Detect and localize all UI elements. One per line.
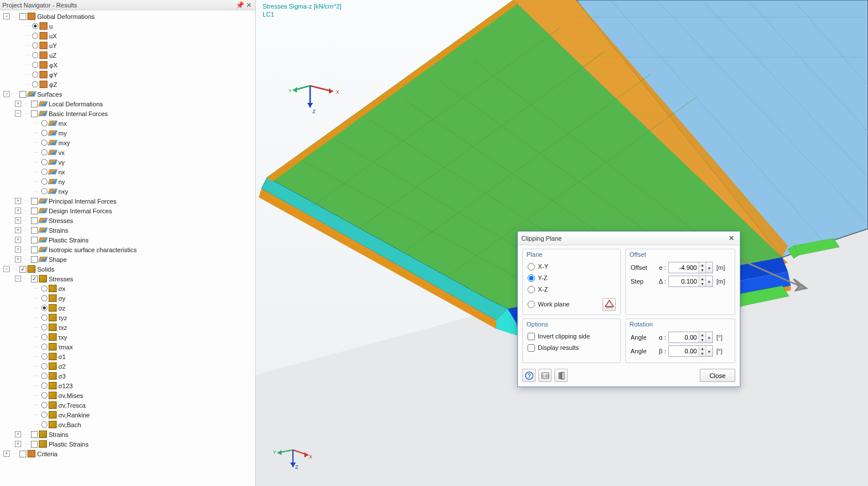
tree-node-phy[interactable]: ⋯φY	[1, 70, 255, 79]
offset-spinbox[interactable]: ▲▼ ▸	[668, 262, 713, 273]
tree-node-txy[interactable]: ⋯τxy	[1, 332, 255, 342]
expander-icon[interactable]: −	[15, 110, 21, 117]
tree-node-uy[interactable]: ⋯uY	[1, 41, 255, 50]
offset-input[interactable]	[669, 262, 699, 273]
step-input[interactable]	[669, 276, 699, 286]
beta-input[interactable]	[669, 346, 699, 356]
tree-node-s2[interactable]: ⋯σ2	[1, 361, 255, 371]
spin-up-icon[interactable]: ▲	[699, 346, 706, 351]
checkbox[interactable]	[31, 276, 38, 282]
tree-node-isotropic[interactable]: +⋯Isotropic surface characteristics	[1, 245, 255, 254]
close-icon[interactable]: ✕	[245, 1, 253, 9]
tree-node-u[interactable]: ⋯u	[1, 21, 255, 31]
toggle-clip-button[interactable]	[554, 369, 568, 382]
expander-icon[interactable]: −	[15, 276, 21, 282]
radio[interactable]	[41, 314, 47, 321]
expander-icon[interactable]: +	[15, 246, 21, 253]
tree-node-design-internal-forces[interactable]: +⋯Design Internal Forces	[1, 206, 255, 216]
tree-node-phz[interactable]: ⋯φZ	[1, 79, 255, 89]
radio[interactable]	[41, 353, 47, 360]
tree-node-vx[interactable]: ⋯vx	[1, 148, 255, 157]
expander-icon[interactable]: +	[15, 227, 21, 233]
tree-node-svbach[interactable]: ⋯σv,Bach	[1, 420, 255, 429]
radio[interactable]	[41, 140, 47, 146]
tree-node-mxy[interactable]: ⋯mxy	[1, 138, 255, 148]
spin-down-icon[interactable]: ▼	[699, 268, 706, 273]
tree-node-shape[interactable]: +⋯Shape	[1, 254, 255, 264]
tree-node-sz[interactable]: ⋯σz	[1, 303, 255, 313]
checkbox[interactable]	[19, 266, 26, 273]
plane-xy-option[interactable]: X-Y	[528, 261, 616, 272]
radio[interactable]	[41, 285, 47, 292]
radio[interactable]	[32, 52, 38, 58]
tree-node-svrankine[interactable]: ⋯σv,Rankine	[1, 410, 255, 420]
tree-node-ux[interactable]: ⋯uX	[1, 31, 255, 41]
tree-node-criteria[interactable]: + ⋯ Criteria	[1, 449, 255, 459]
spin-next-icon[interactable]: ▸	[706, 276, 712, 286]
checkbox[interactable]	[31, 431, 38, 438]
tree-node-solids[interactable]: − ⋯ Solids	[1, 264, 255, 274]
radio[interactable]	[41, 149, 47, 156]
checkbox[interactable]	[19, 451, 26, 457]
radio[interactable]	[41, 159, 47, 165]
spin-next-icon[interactable]: ▸	[706, 262, 712, 273]
spin-up-icon[interactable]: ▲	[699, 276, 706, 281]
tree-node-basic-internal-forces[interactable]: −⋯Basic Internal Forces	[1, 109, 255, 118]
radio[interactable]	[41, 169, 47, 175]
radio[interactable]	[41, 188, 47, 194]
navigator-tree[interactable]: − ⋯ Global Deformations ⋯u ⋯uX ⋯uY ⋯uZ ⋯…	[0, 10, 255, 486]
radio[interactable]	[41, 344, 47, 350]
spin-down-icon[interactable]: ▼	[699, 351, 706, 356]
tree-node-nx[interactable]: ⋯nx	[1, 167, 255, 177]
tree-node-ny[interactable]: ⋯ny	[1, 177, 255, 186]
spin-up-icon[interactable]: ▲	[699, 262, 706, 268]
expander-icon[interactable]: +	[15, 217, 21, 224]
expander-icon[interactable]: +	[15, 441, 21, 447]
units-button[interactable]: 0.00	[538, 369, 552, 382]
radio[interactable]	[41, 363, 47, 369]
checkbox[interactable]	[31, 246, 38, 253]
radio[interactable]	[41, 421, 47, 428]
tree-node-sx[interactable]: ⋯σx	[1, 284, 255, 293]
spin-up-icon[interactable]: ▲	[699, 332, 706, 337]
tree-node-mx[interactable]: ⋯mx	[1, 118, 255, 128]
radio[interactable]	[41, 305, 47, 311]
tree-node-my[interactable]: ⋯my	[1, 128, 255, 138]
expander-icon[interactable]: +	[15, 101, 21, 107]
expander-icon[interactable]: −	[3, 13, 10, 19]
pin-icon[interactable]: 📌	[236, 1, 244, 9]
radio[interactable]	[41, 383, 47, 389]
radio[interactable]	[41, 130, 47, 136]
tree-node-surface-plastic-strains[interactable]: +⋯Plastic Strains	[1, 235, 255, 245]
radio[interactable]	[32, 81, 38, 87]
tree-node-local-deformations[interactable]: +⋯Local Deformations	[1, 99, 255, 109]
spin-next-icon[interactable]: ▸	[706, 332, 712, 342]
alpha-input[interactable]	[669, 332, 699, 342]
expander-icon[interactable]: +	[15, 208, 21, 214]
radio[interactable]	[41, 295, 47, 301]
radio[interactable]	[32, 71, 38, 78]
tree-node-vy[interactable]: ⋯vy	[1, 157, 255, 167]
tree-node-s3[interactable]: ⋯σ3	[1, 371, 255, 381]
plane-work-option[interactable]: Work plane	[528, 298, 616, 310]
expander-icon[interactable]: +	[15, 237, 21, 243]
tree-node-nxy[interactable]: ⋯nxy	[1, 186, 255, 196]
viewport-3d[interactable]: X Y Z Stresses Sigma-z [kN/cm^2] LC1 X Y…	[256, 0, 868, 486]
checkbox[interactable]	[31, 227, 38, 234]
tree-node-surfaces[interactable]: − ⋯ Surfaces	[1, 89, 255, 99]
tree-node-solid-plastic-strains[interactable]: +⋯Plastic Strains	[1, 439, 255, 449]
radio[interactable]	[32, 33, 38, 39]
step-spinbox[interactable]: ▲▼ ▸	[668, 276, 713, 287]
checkbox[interactable]	[528, 344, 535, 352]
radio[interactable]	[41, 392, 47, 399]
close-icon[interactable]: ✕	[726, 233, 736, 244]
tree-node-surface-strains[interactable]: +⋯Strains	[1, 225, 255, 235]
radio[interactable]	[528, 274, 535, 282]
radio[interactable]	[41, 334, 47, 340]
alpha-spinbox[interactable]: ▲▼ ▸	[668, 332, 713, 343]
expander-icon[interactable]: −	[3, 91, 10, 97]
radio[interactable]	[32, 42, 38, 49]
checkbox[interactable]	[31, 198, 38, 205]
tree-node-tyz[interactable]: ⋯τyz	[1, 313, 255, 322]
pick-workplane-button[interactable]	[603, 298, 616, 311]
